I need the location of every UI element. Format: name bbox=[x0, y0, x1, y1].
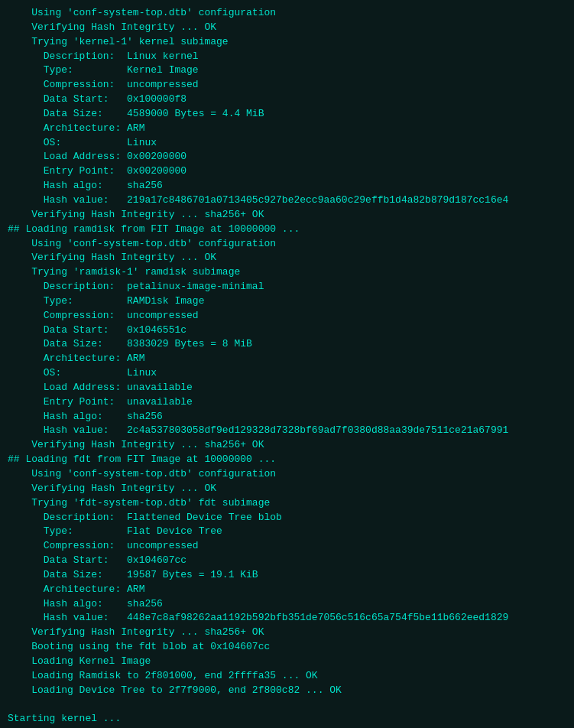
terminal-line: Trying 'fdt-system-top.dtb' fdt subimage bbox=[8, 496, 566, 511]
terminal-line: Verifying Hash Integrity ... sha256+ OK bbox=[8, 626, 566, 640]
terminal-line: Hash algo: sha256 bbox=[8, 597, 566, 612]
terminal-line: Compression: uncompressed bbox=[8, 539, 566, 554]
terminal-line: Using 'conf-system-top.dtb' configuratio… bbox=[8, 467, 566, 482]
terminal-line: Type: Flat Device Tree bbox=[8, 525, 566, 539]
terminal-line: Verifying Hash Integrity ... OK bbox=[8, 251, 566, 265]
terminal-line: Loading Device Tree to 2f7f9000, end 2f8… bbox=[8, 684, 566, 698]
terminal-line: Type: Kernel Image bbox=[8, 63, 566, 78]
terminal-line: Trying 'kernel-1' kernel subimage bbox=[8, 35, 566, 50]
terminal: Using 'conf-system-top.dtb' configuratio… bbox=[8, 6, 566, 728]
terminal-line: Compression: uncompressed bbox=[8, 309, 566, 323]
terminal-line: Type: RAMDisk Image bbox=[8, 294, 566, 309]
terminal-line: Hash value: 2c4a537803058df9ed129328d732… bbox=[8, 424, 566, 438]
terminal-line: Hash algo: sha256 bbox=[8, 179, 566, 193]
terminal-line: Verifying Hash Integrity ... OK bbox=[8, 21, 566, 35]
terminal-line: Data Start: 0x1046551c bbox=[8, 323, 566, 338]
terminal-line: Description: Linux kernel bbox=[8, 50, 566, 64]
terminal-line: Using 'conf-system-top.dtb' configuratio… bbox=[8, 6, 566, 21]
terminal-line: Description: Flattened Device Tree blob bbox=[8, 511, 566, 525]
terminal-line: Verifying Hash Integrity ... OK bbox=[8, 482, 566, 496]
terminal-line: Data Size: 4589000 Bytes = 4.4 MiB bbox=[8, 107, 566, 122]
terminal-line: Loading Ramdisk to 2f801000, end 2ffffa3… bbox=[8, 669, 566, 684]
terminal-line: Starting kernel ... bbox=[8, 712, 566, 726]
terminal-line: Trying 'ramdisk-1' ramdisk subimage bbox=[8, 265, 566, 280]
terminal-line: Architecture: ARM bbox=[8, 583, 566, 597]
terminal-line: Description: petalinux-image-minimal bbox=[8, 280, 566, 294]
terminal-line: Load Address: 0x00200000 bbox=[8, 150, 566, 164]
terminal-line: Hash algo: sha256 bbox=[8, 410, 566, 424]
terminal-line: Architecture: ARM bbox=[8, 352, 566, 366]
terminal-line: Verifying Hash Integrity ... sha256+ OK bbox=[8, 208, 566, 223]
terminal-line: Entry Point: 0x00200000 bbox=[8, 164, 566, 179]
terminal-line: Booting using the fdt blob at 0x104607cc bbox=[8, 640, 566, 655]
terminal-line: Loading Kernel Image bbox=[8, 655, 566, 669]
terminal-line: Data Size: 8383029 Bytes = 8 MiB bbox=[8, 337, 566, 352]
terminal-line: ## Loading ramdisk from FIT Image at 100… bbox=[8, 223, 566, 237]
terminal-line: Data Start: 0x100000f8 bbox=[8, 93, 566, 107]
terminal-line: Hash value: 448e7c8af98262aa1192b592bfb3… bbox=[8, 611, 566, 626]
terminal-line: Data Size: 19587 Bytes = 19.1 KiB bbox=[8, 568, 566, 583]
terminal-line: OS: Linux bbox=[8, 366, 566, 381]
terminal-line: Compression: uncompressed bbox=[8, 78, 566, 93]
terminal-line: OS: Linux bbox=[8, 136, 566, 151]
terminal-line: Load Address: unavailable bbox=[8, 381, 566, 395]
terminal-line: ## Loading fdt from FIT Image at 1000000… bbox=[8, 453, 566, 467]
terminal-line: Data Start: 0x104607cc bbox=[8, 554, 566, 568]
terminal-line: Hash value: 219a17c8486701a0713405c927be… bbox=[8, 193, 566, 208]
terminal-line bbox=[8, 698, 566, 713]
terminal-line: Architecture: ARM bbox=[8, 122, 566, 136]
terminal-line: Entry Point: unavailable bbox=[8, 395, 566, 410]
terminal-line: Verifying Hash Integrity ... sha256+ OK bbox=[8, 438, 566, 453]
terminal-line: Using 'conf-system-top.dtb' configuratio… bbox=[8, 237, 566, 252]
